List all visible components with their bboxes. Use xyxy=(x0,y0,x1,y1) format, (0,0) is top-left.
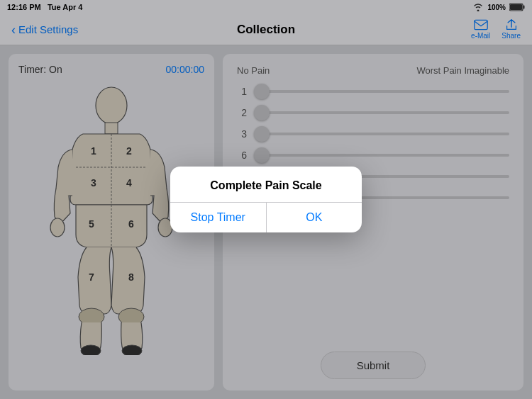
modal-title: Complete Pain Scale xyxy=(170,167,362,202)
modal-overlay: Complete Pain Scale Stop Timer OK xyxy=(0,0,532,399)
stop-timer-button[interactable]: Stop Timer xyxy=(170,203,267,232)
modal-buttons: Stop Timer OK xyxy=(170,203,362,232)
ok-button[interactable]: OK xyxy=(267,203,362,232)
modal-dialog: Complete Pain Scale Stop Timer OK xyxy=(170,167,362,232)
